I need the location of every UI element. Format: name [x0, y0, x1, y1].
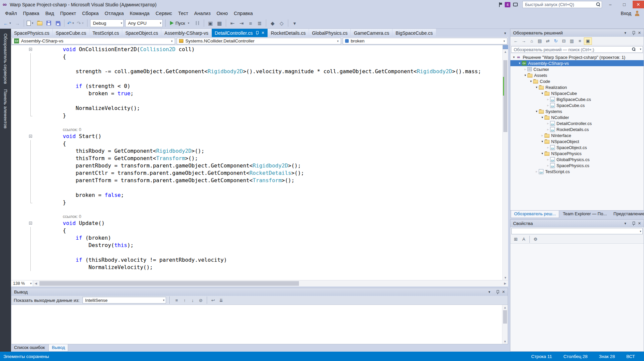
- tree-collapsed-arrow-icon[interactable]: ▹: [546, 158, 550, 161]
- menu-item[interactable]: Команда: [127, 10, 153, 17]
- tree-collapsed-arrow-icon[interactable]: ▹: [540, 134, 544, 137]
- se-navigate-forward-button[interactable]: →: [520, 37, 528, 45]
- menu-item[interactable]: Файл: [2, 10, 20, 17]
- solution-explorer-search-input[interactable]: [511, 46, 643, 53]
- quick-launch-input[interactable]: [522, 1, 602, 8]
- se-collapse-all-button[interactable]: ⊟: [560, 37, 568, 45]
- se-properties-button[interactable]: ≡: [576, 37, 584, 45]
- tree-collapsed-arrow-icon[interactable]: ▹: [546, 146, 550, 149]
- pin-icon[interactable]: [632, 31, 635, 35]
- editor-vertical-scrollbar[interactable]: ▲ ▼: [502, 45, 508, 280]
- panel-tab[interactable]: Team Explorer — По...: [560, 211, 610, 218]
- document-tab[interactable]: GlobalPhysics.cs: [309, 29, 351, 37]
- menu-item[interactable]: Анализ: [191, 10, 213, 17]
- chevron-down-icon[interactable]: ▾: [8, 21, 12, 25]
- se-home-button[interactable]: ⌂: [528, 37, 536, 45]
- menu-item[interactable]: Окно: [213, 10, 231, 17]
- notifications-badge[interactable]: 4: [505, 2, 510, 7]
- tree-item[interactable]: ▾Systems: [510, 108, 644, 114]
- maximize-button[interactable]: □: [619, 1, 630, 8]
- tree-expanded-arrow-icon[interactable]: ▾: [540, 92, 544, 95]
- increase-indent-button[interactable]: ⇥: [237, 19, 246, 27]
- tree-item[interactable]: ▹C#RocketDetails.cs: [510, 126, 644, 132]
- start-debugging-button[interactable]: Пуск▾: [168, 19, 193, 27]
- collapse-region-toggle-icon[interactable]: [29, 135, 32, 138]
- props-property-pages-button[interactable]: ⚙: [531, 236, 539, 243]
- chevron-down-icon[interactable]: ▾: [169, 39, 175, 43]
- tree-item[interactable]: ▹C#GlobalPhysics.cs: [510, 156, 644, 162]
- properties-header[interactable]: Свойства ▾ ✕: [510, 220, 644, 227]
- solution-explorer-header[interactable]: Обозреватель решений ▾ ✕: [510, 29, 644, 37]
- find-in-files-button[interactable]: ▣: [206, 19, 215, 27]
- chevron-down-icon[interactable]: ▾: [335, 39, 341, 43]
- navigate-backward-button[interactable]: ←▾: [3, 19, 13, 27]
- output-previous-message-button[interactable]: ↑: [181, 296, 188, 304]
- output-content[interactable]: ▲ ▼: [11, 305, 508, 344]
- minimize-button[interactable]: –: [605, 1, 616, 8]
- tree-item[interactable]: ▹Ссылки: [510, 66, 644, 72]
- save-all-button[interactable]: [53, 19, 62, 27]
- document-tab[interactable]: BigSpaceCube.cs: [392, 29, 436, 37]
- tree-expanded-arrow-icon[interactable]: ▾: [534, 86, 539, 89]
- scroll-up-arrow[interactable]: ▲: [503, 49, 508, 54]
- tree-collapsed-arrow-icon[interactable]: ▹: [523, 68, 527, 71]
- props-categorized-button[interactable]: ⊞: [512, 236, 520, 243]
- tree-collapsed-arrow-icon[interactable]: ▹: [546, 122, 550, 125]
- properties-object-dropdown[interactable]: ▾: [511, 228, 643, 234]
- close-icon[interactable]: ✕: [638, 31, 641, 35]
- scroll-left-arrow[interactable]: ◀: [33, 282, 39, 285]
- project-dropdown[interactable]: C# Assembly-CSharp-vs ▾: [12, 38, 175, 44]
- output-scrollbar[interactable]: ▲ ▼: [502, 305, 508, 344]
- feedback-icon[interactable]: [513, 3, 518, 6]
- panel-tab[interactable]: Обозреватель реш...: [511, 211, 559, 218]
- tree-item[interactable]: ▹C#SpacePhysics.cs: [510, 162, 644, 168]
- split-window-handle[interactable]: [503, 45, 508, 49]
- chevron-down-icon[interactable]: ▾: [71, 21, 75, 25]
- user-avatar-icon[interactable]: [634, 11, 640, 16]
- se-refresh-button[interactable]: ↻: [552, 37, 560, 45]
- menu-item[interactable]: Сборка: [79, 10, 102, 17]
- chevron-down-icon[interactable]: ▾: [81, 21, 85, 25]
- close-icon[interactable]: ✕: [502, 290, 505, 294]
- se-preview-selected-button[interactable]: ▣: [584, 37, 592, 45]
- tree-collapsed-arrow-icon[interactable]: ▹: [546, 104, 550, 107]
- output-source-dropdown[interactable]: IntelliSense ▾: [83, 297, 166, 304]
- chevron-down-icon[interactable]: ▾: [639, 230, 642, 233]
- output-goto-message-button[interactable]: ≡: [173, 296, 180, 304]
- zoom-dropdown[interactable]: 138 % ▾: [11, 280, 33, 286]
- panel-tab[interactable]: Вывод: [48, 344, 68, 352]
- window-position-chevron-icon[interactable]: ▾: [624, 222, 626, 225]
- new-file-button[interactable]: ▾: [26, 19, 35, 27]
- output-clear-all-button[interactable]: ⊘: [197, 296, 204, 304]
- undo-button[interactable]: ↶▾: [66, 19, 76, 27]
- close-icon[interactable]: ✕: [261, 31, 264, 35]
- output-scroll-thumb[interactable]: [503, 310, 507, 324]
- tree-item[interactable]: ▹C#TestScript.cs: [510, 168, 644, 174]
- tree-item[interactable]: ▾NSpaceObject: [510, 138, 644, 144]
- collapse-region-toggle-icon[interactable]: [29, 222, 32, 225]
- bookmark-window-button[interactable]: ◇: [277, 19, 286, 27]
- chevron-down-icon[interactable]: ▾: [31, 21, 34, 25]
- chevron-down-icon[interactable]: ▾: [640, 47, 641, 51]
- window-position-chevron-icon[interactable]: ▾: [488, 290, 490, 294]
- tree-collapsed-arrow-icon[interactable]: ▹: [546, 98, 550, 101]
- tree-item[interactable]: ▾NCollider: [510, 114, 644, 120]
- document-tab[interactable]: SpaceObject.cs: [122, 29, 161, 37]
- document-tab[interactable]: Assembly-CSharp-vs: [161, 29, 211, 37]
- chevron-down-icon[interactable]: ▾: [29, 282, 33, 285]
- solution-platforms-combo[interactable]: Any CPU▾: [125, 19, 163, 27]
- notifications-flag-icon[interactable]: [499, 2, 502, 7]
- chevron-down-icon[interactable]: ▾: [187, 21, 190, 25]
- tree-item[interactable]: ▹C#BigSpaceCube.cs: [510, 96, 644, 102]
- tree-item[interactable]: ▾C#Assembly-CSharp-vs: [510, 60, 644, 66]
- document-tab[interactable]: GameCamera.cs: [351, 29, 392, 37]
- tree-expanded-arrow-icon[interactable]: ▾: [540, 140, 544, 143]
- close-icon[interactable]: ✕: [638, 222, 641, 225]
- tree-item[interactable]: ▹C#SpaceObject.cs: [510, 144, 644, 150]
- autohide-tab[interactable]: Обозреватель серверов: [3, 31, 8, 87]
- chevron-down-icon[interactable]: ▾: [120, 21, 123, 25]
- document-tab[interactable]: SpacePhysics.cs: [11, 29, 52, 37]
- tree-item[interactable]: ▹NInterface: [510, 132, 644, 138]
- output-next-message-button[interactable]: ↓: [189, 296, 196, 304]
- member-dropdown[interactable]: broken ▾: [343, 38, 507, 44]
